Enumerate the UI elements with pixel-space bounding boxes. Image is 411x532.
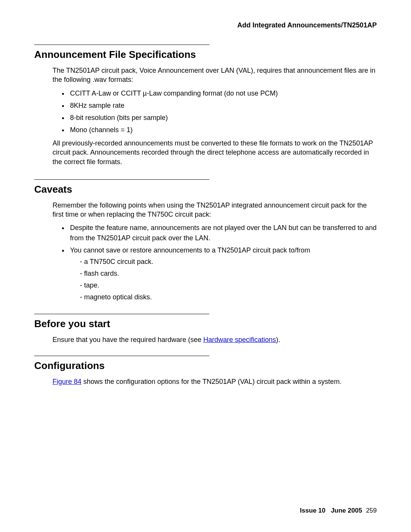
sub-list-item: magneto optical disks. (80, 292, 377, 302)
sub-list-item: flash cards. (80, 268, 377, 279)
list-item: Mono (channels = 1) (68, 125, 377, 135)
configurations-text: Figure 84 shows the configuration option… (53, 377, 377, 386)
sub-list-item: a TN750C circuit pack. (80, 257, 377, 267)
outro-paragraph: All previously-recorded announcements mu… (53, 139, 377, 166)
before-you-start-text: Ensure that you have the required hardwa… (53, 335, 377, 344)
footer-date: June 2005 (331, 507, 362, 514)
caveats-intro: Remember the following points when using… (53, 201, 377, 219)
sub-list-item: tape. (80, 280, 377, 291)
heading-caveats: Caveats (34, 184, 377, 195)
heading-configurations: Configurations (34, 360, 377, 372)
sub-list: a TN750C circuit pack. flash cards. tape… (80, 257, 377, 302)
section-rule (34, 314, 209, 314)
hardware-specifications-link[interactable]: Hardware specifications (203, 336, 276, 343)
page-header: Add Integrated Announcements/TN2501AP (34, 21, 377, 29)
heading-announcement-file-specs: Announcement File Specifications (34, 49, 377, 61)
text-run: ). (276, 336, 280, 343)
page-container: Add Integrated Announcements/TN2501AP An… (0, 0, 411, 532)
heading-before-you-start: Before you start (34, 318, 377, 330)
text-run: shows the configuration options for the … (81, 378, 341, 385)
list-item: Despite the feature name, announcements … (68, 223, 377, 243)
list-item: 8-bit resolution (bits per sample) (68, 113, 377, 123)
text-run: Ensure that you have the required hardwa… (53, 336, 203, 343)
list-item: 8KHz sample rate (68, 101, 377, 110)
figure-84-link[interactable]: Figure 84 (53, 378, 81, 385)
section-rule (34, 179, 209, 180)
page-footer: Issue 10 June 2005259 (300, 507, 377, 514)
list-item: CCITT A-Law or CCITT µ-Law companding fo… (68, 88, 377, 98)
format-list: CCITT A-Law or CCITT µ-Law companding fo… (68, 88, 377, 135)
section-rule (34, 356, 209, 356)
intro-paragraph: The TN2501AP circuit pack, Voice Announc… (53, 66, 377, 85)
list-item-text: You cannot save or restore announcements… (70, 246, 310, 254)
section-rule (34, 45, 209, 45)
footer-issue: Issue 10 (300, 507, 325, 514)
caveats-list: Despite the feature name, announcements … (68, 223, 377, 302)
footer-page-number: 259 (366, 507, 377, 514)
list-item: You cannot save or restore announcements… (68, 245, 377, 302)
